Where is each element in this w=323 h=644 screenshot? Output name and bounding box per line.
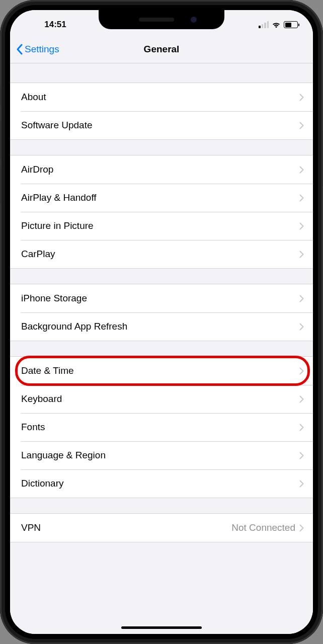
group-spacer — [10, 341, 313, 356]
settings-row-language-region[interactable]: Language & Region — [10, 441, 313, 469]
chevron-right-icon — [299, 194, 304, 202]
row-label: Background App Refresh — [21, 321, 299, 332]
row-label: About — [21, 92, 299, 103]
chevron-right-icon — [299, 122, 304, 129]
settings-group: VPNNot Connected — [10, 513, 313, 542]
settings-list[interactable]: AboutSoftware UpdateAirDropAirPlay & Han… — [10, 63, 313, 634]
side-button — [0, 166, 1, 204]
settings-row-iphone-storage[interactable]: iPhone Storage — [10, 284, 313, 312]
back-button[interactable]: Settings — [16, 44, 59, 55]
chevron-right-icon — [299, 251, 304, 258]
speaker — [139, 18, 174, 22]
row-label: CarPlay — [21, 249, 299, 260]
chevron-right-icon — [299, 94, 304, 101]
chevron-right-icon — [299, 323, 304, 331]
chevron-right-icon — [299, 524, 304, 532]
settings-group: AirDropAirPlay & HandoffPicture in Pictu… — [10, 155, 313, 269]
row-label: VPN — [21, 522, 231, 533]
battery-icon — [284, 21, 298, 28]
wifi-icon — [272, 21, 281, 28]
row-label: Keyboard — [21, 393, 299, 405]
settings-row-carplay[interactable]: CarPlay — [10, 240, 313, 268]
status-time: 14:51 — [25, 20, 86, 30]
settings-row-about[interactable]: About — [10, 83, 313, 111]
settings-row-date-time[interactable]: Date & Time — [10, 357, 313, 385]
chevron-right-icon — [299, 166, 304, 174]
row-label: iPhone Storage — [21, 293, 299, 304]
row-detail: Not Connected — [231, 522, 295, 533]
row-label: AirPlay & Handoff — [21, 192, 299, 203]
notch — [99, 10, 224, 29]
status-icons — [237, 21, 298, 28]
group-spacer — [10, 140, 313, 155]
row-label: Software Update — [21, 120, 299, 131]
chevron-right-icon — [299, 424, 304, 431]
group-spacer — [10, 498, 313, 513]
settings-group: iPhone StorageBackground App Refresh — [10, 284, 313, 341]
row-label: Date & Time — [21, 365, 299, 376]
nav-bar: Settings General — [10, 35, 313, 63]
row-label: Language & Region — [21, 450, 299, 461]
back-label: Settings — [25, 44, 59, 55]
chevron-right-icon — [299, 367, 304, 375]
row-label: Fonts — [21, 422, 299, 433]
settings-row-background-app-refresh[interactable]: Background App Refresh — [10, 312, 313, 341]
settings-row-keyboard[interactable]: Keyboard — [10, 385, 313, 413]
settings-row-airplay-handoff[interactable]: AirPlay & Handoff — [10, 184, 313, 212]
side-button — [0, 121, 1, 158]
front-camera — [191, 17, 197, 23]
settings-row-picture-in-picture[interactable]: Picture in Picture — [10, 212, 313, 240]
side-button — [0, 86, 1, 106]
device-frame: 14:51 Setti — [0, 0, 323, 644]
settings-row-vpn[interactable]: VPNNot Connected — [10, 514, 313, 542]
home-indicator[interactable] — [121, 626, 202, 629]
settings-row-software-update[interactable]: Software Update — [10, 111, 313, 139]
row-label: AirDrop — [21, 164, 299, 175]
chevron-right-icon — [299, 452, 304, 459]
settings-row-airdrop[interactable]: AirDrop — [10, 155, 313, 184]
settings-group: Date & TimeKeyboardFontsLanguage & Regio… — [10, 356, 313, 498]
chevron-left-icon — [16, 44, 23, 55]
chevron-right-icon — [299, 222, 304, 230]
settings-group: AboutSoftware Update — [10, 83, 313, 140]
screen: 14:51 Setti — [10, 10, 313, 634]
group-spacer — [10, 63, 313, 83]
group-spacer — [10, 269, 313, 284]
cellular-signal-icon — [259, 21, 269, 28]
row-label: Dictionary — [21, 478, 299, 489]
row-label: Picture in Picture — [21, 220, 299, 231]
chevron-right-icon — [299, 480, 304, 488]
chevron-right-icon — [299, 295, 304, 302]
settings-row-fonts[interactable]: Fonts — [10, 413, 313, 441]
chevron-right-icon — [299, 395, 304, 403]
page-title: General — [144, 44, 180, 55]
settings-row-dictionary[interactable]: Dictionary — [10, 469, 313, 498]
